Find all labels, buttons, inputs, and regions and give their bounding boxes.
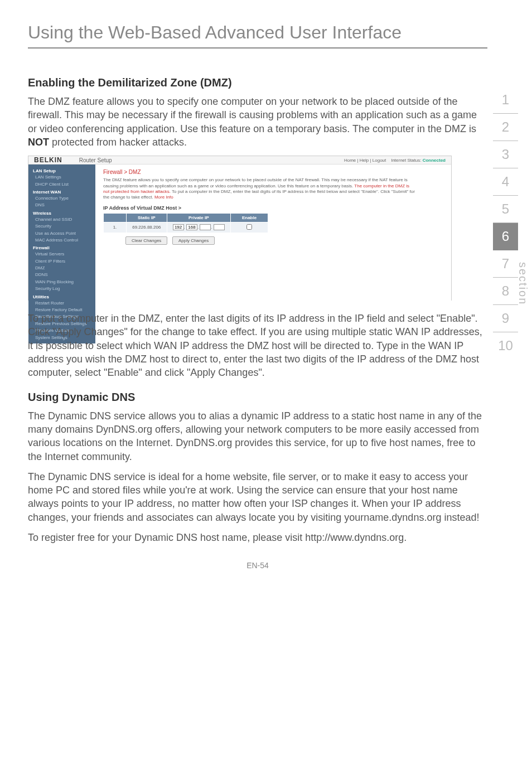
cell-static-ip: 69.226.88.206	[127, 222, 167, 233]
router-screenshot: BELKIN Router Setup Home | Help | Logout…	[28, 156, 452, 301]
col-blank	[104, 213, 127, 222]
section-label: section	[516, 262, 529, 305]
sidebar-item-connection-type[interactable]: Connection Type	[28, 195, 95, 202]
col-static-ip: Static IP	[127, 213, 167, 222]
ip-octet-3[interactable]	[200, 224, 211, 230]
dmz-intro-after: protected from hacker attacks.	[49, 137, 187, 148]
ddns-para2: The Dynamic DNS service is ideal for a h…	[28, 470, 487, 524]
dmz-intro-bold: NOT	[28, 137, 49, 148]
dmz-intro-before: The DMZ feature allows you to specify on…	[28, 96, 477, 134]
dmz-para2: To put a computer in the DMZ, enter the …	[28, 312, 487, 379]
section-nav-7[interactable]: 7	[493, 250, 518, 278]
section-nav-3[interactable]: 3	[493, 141, 518, 168]
router-topbar: BELKIN Router Setup Home | Help | Logout…	[28, 156, 451, 164]
table-header-row: Static IP Private IP Enable	[104, 213, 268, 222]
cell-private-ip: . . .	[167, 222, 230, 233]
dmz-heading: Enabling the Demilitarized Zone (DMZ)	[28, 76, 487, 89]
section-nav-2[interactable]: 2	[493, 114, 518, 141]
section-nav-8[interactable]: 8	[493, 278, 518, 305]
sidebar-item-dmz[interactable]: DMZ	[28, 265, 95, 272]
dmz-intro: The DMZ feature allows you to specify on…	[28, 95, 487, 149]
router-status-value: Connected	[423, 158, 446, 163]
ddns-para3: To register free for your Dynamic DNS ho…	[28, 531, 487, 544]
clear-changes-button[interactable]: Clear Changes	[125, 236, 167, 245]
title-rule	[28, 47, 487, 49]
sidebar-group-internet-wan: Internet WAN	[28, 188, 95, 195]
section-nav: 12345678910	[493, 86, 518, 359]
section-nav-9[interactable]: 9	[493, 305, 518, 332]
sidebar-item-lan-settings[interactable]: LAN Settings	[28, 174, 95, 181]
sidebar-item-client-ip-filters[interactable]: Client IP Filters	[28, 258, 95, 265]
sidebar-item-use-as-access-point[interactable]: Use as Access Point	[28, 230, 95, 237]
section-nav-6[interactable]: 6	[493, 223, 518, 250]
sidebar-item-channel-and-ssid[interactable]: Channel and SSID	[28, 216, 95, 223]
apply-changes-button[interactable]: Apply Changes	[172, 236, 215, 245]
sidebar-item-restart-router[interactable]: Restart Router	[28, 300, 95, 307]
router-subheading: IP Address of Virtual DMZ Host >	[103, 205, 443, 211]
page-footer: EN-54	[28, 561, 487, 570]
page-title: Using the Web-Based Advanced User Interf…	[28, 22, 487, 43]
router-top-links[interactable]: Home | Help | Logout	[344, 158, 386, 163]
section-nav-4[interactable]: 4	[493, 168, 518, 196]
router-more-info-link[interactable]: More Info	[154, 195, 173, 200]
section-nav-5[interactable]: 5	[493, 196, 518, 223]
sidebar-item-dns[interactable]: DNS	[28, 202, 95, 209]
ddns-para1: The Dynamic DNS service allows you to al…	[28, 409, 487, 463]
router-logo: BELKIN	[34, 156, 62, 164]
ip-octet-2[interactable]	[186, 224, 197, 230]
dmz-table: Static IP Private IP Enable 1. 69.226.88…	[103, 213, 268, 233]
router-buttons: Clear Changes Apply Changes	[125, 236, 443, 245]
sidebar-item-mac-address-control[interactable]: MAC Address Control	[28, 237, 95, 244]
cell-index: 1.	[104, 222, 127, 233]
section-nav-10[interactable]: 10	[493, 332, 518, 359]
sidebar-group-firewall: Firewall	[28, 244, 95, 251]
sidebar-item-wan-ping-blocking[interactable]: WAN Ping Blocking	[28, 279, 95, 285]
sidebar-group-lan-setup: LAN Setup	[28, 167, 95, 174]
sidebar-item-security[interactable]: Security	[28, 223, 95, 230]
sidebar-item-ddns[interactable]: DDNS	[28, 272, 95, 278]
router-description: The DMZ feature allows you to specify on…	[103, 177, 415, 201]
sidebar-group-wireless: Wireless	[28, 209, 95, 216]
router-top-title: Router Setup	[79, 157, 112, 163]
router-status-label: Internet Status:	[391, 158, 421, 163]
table-row: 1. 69.226.88.206 . . .	[104, 222, 268, 233]
ip-octet-4[interactable]	[214, 224, 225, 230]
sidebar-item-dhcp-client-list[interactable]: DHCP Client List	[28, 181, 95, 188]
router-top-right: Home | Help | Logout Internet Status: Co…	[344, 158, 446, 163]
sidebar-group-utilities: Utilities	[28, 293, 95, 300]
sidebar-item-security-log[interactable]: Security Log	[28, 285, 95, 292]
section-nav-1[interactable]: 1	[493, 86, 518, 114]
sidebar-item-virtual-servers[interactable]: Virtual Servers	[28, 251, 95, 258]
cell-enable	[230, 222, 268, 233]
enable-checkbox[interactable]	[246, 224, 252, 230]
router-breadcrumb: Firewall > DMZ	[103, 169, 443, 175]
ddns-heading: Using Dynamic DNS	[28, 391, 487, 404]
ip-octet-1[interactable]	[173, 224, 184, 230]
col-enable: Enable	[230, 213, 268, 222]
col-private-ip: Private IP	[167, 213, 230, 222]
